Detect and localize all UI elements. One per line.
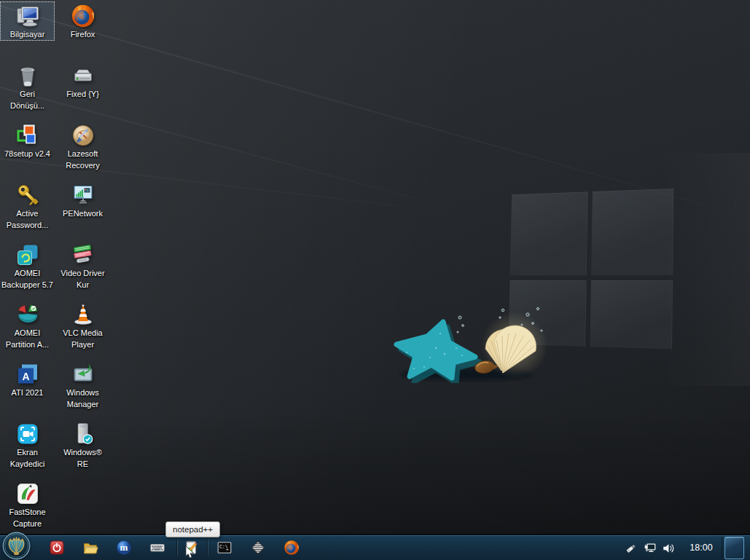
taskbar-button-disk-tool[interactable]	[250, 540, 266, 556]
shell-start-icon	[2, 532, 31, 560]
taskbar-separator	[207, 539, 208, 556]
desktop-icon-label: LazesoftRecovery	[55, 149, 110, 171]
network-icon	[644, 542, 657, 555]
power-icon	[49, 540, 65, 556]
desktop-icon-bilgisayar[interactable]: Bilgisayar	[0, 1, 55, 41]
desktop-icon-ati-2021[interactable]: AATI 2021	[0, 360, 55, 399]
key-icon	[15, 183, 40, 208]
screen-recorder-icon	[15, 422, 40, 446]
taskbar-button-macrium-reflect[interactable]: m	[116, 540, 132, 556]
ati-icon: A	[15, 362, 40, 387]
desktop-icon-label: AOMEIBackupper 5.7	[0, 268, 55, 291]
diamond-icon	[250, 540, 266, 556]
desktop-icon-video-driver-kur[interactable]: Video DriverKur	[55, 240, 110, 291]
penetwork-icon	[71, 183, 95, 208]
taskbar-button-command-prompt[interactable]: C:\	[216, 540, 233, 556]
tray-network[interactable]	[644, 542, 657, 555]
desktop-icon-label: Firefox	[55, 29, 110, 41]
taskbar-button-on-screen-keyboard[interactable]	[149, 540, 165, 556]
seashells-wallpaper	[392, 303, 550, 383]
taskbar-button-file-explorer[interactable]	[82, 540, 98, 556]
desktop-icon-label: ActivePassword...	[0, 208, 55, 231]
desktop-icon-active-password[interactable]: ActivePassword...	[0, 181, 55, 231]
taskbar-button-power[interactable]	[49, 540, 65, 556]
firefox-icon	[284, 540, 300, 556]
macrium-icon: m	[116, 540, 132, 556]
desktop-icon-aomei-backupper[interactable]: AOMEIBackupper 5.7	[0, 240, 55, 291]
start-button[interactable]	[2, 532, 31, 560]
taskbar-clock[interactable]: 18:00	[680, 535, 722, 560]
volume-icon	[662, 542, 675, 555]
faststone-icon	[15, 481, 40, 506]
tray-safely-remove-hardware[interactable]	[625, 542, 638, 555]
svg-text:A: A	[22, 371, 29, 382]
windows-logo-pane	[590, 280, 673, 350]
desktop-icon-label: Bilgisayar	[0, 29, 55, 41]
mouse-cursor	[185, 546, 195, 559]
desktop-icon-label: EkranKaydedici	[0, 447, 55, 470]
svg-text:m: m	[120, 542, 128, 553]
drive-check-icon	[71, 422, 95, 446]
taskbar-button-firefox[interactable]	[284, 540, 300, 556]
desktop-icon-vlc-media-player[interactable]: VLC MediaPlayer	[55, 300, 110, 350]
desktop-icon-firefox[interactable]: Firefox	[55, 1, 110, 41]
driver-stack-icon	[71, 242, 95, 267]
desktop-icon-grid: BilgisayarFirefoxGeriDönüşü...Fixed {Y}7…	[0, 0, 124, 553]
desktop-icon-windows-manager[interactable]: WindowsManager	[55, 360, 110, 410]
desktop-icon-ekran-kaydedici[interactable]: EkranKaydedici	[0, 419, 55, 470]
desktop-icon-fixed-y[interactable]: Fixed {Y}	[55, 61, 110, 100]
tooltip: notepad++	[165, 521, 220, 537]
desktop-icon-geri-donusum[interactable]: GeriDönüşü...	[0, 61, 55, 111]
desktop-icon-label: 78setup v2.4	[0, 149, 55, 160]
desktop-icon-label: Windows®RE	[55, 447, 110, 470]
lazesoft-icon	[71, 123, 95, 148]
desktop-icon-faststone-capture[interactable]: FastStoneCapture	[0, 479, 55, 529]
cmd-icon: C:\	[216, 540, 233, 556]
firefox-icon	[71, 4, 95, 28]
usb-eject-icon	[625, 542, 638, 555]
desktop-icon-label: ATI 2021	[0, 387, 55, 399]
keyboard-icon	[149, 540, 165, 556]
desktop-icon-label: WindowsManager	[55, 387, 110, 410]
desktop-icon-label: Fixed {Y}	[55, 89, 110, 100]
windows-logo-pane	[591, 189, 674, 275]
desktop-icon-label: FastStoneCapture	[0, 507, 55, 529]
taskbar-separator	[722, 537, 722, 559]
aomei-backupper-icon	[15, 242, 40, 267]
vlc-cone-icon	[71, 302, 95, 327]
setup-squares-icon	[15, 123, 40, 148]
desktop-screen: BilgisayarFirefoxGeriDönüşü...Fixed {Y}7…	[0, 0, 750, 560]
show-desktop-button[interactable]	[724, 537, 744, 559]
desktop-icon-78setup[interactable]: 78setup v2.4	[0, 121, 55, 160]
desktop-icon-penetwork[interactable]: PENetwork	[55, 181, 110, 220]
desktop-icon-label: Video DriverKur	[55, 268, 110, 291]
svg-text:C:\: C:\	[219, 545, 228, 550]
taskbar-separator	[176, 539, 177, 556]
recycle-bin-icon	[15, 63, 40, 88]
desktop-icon-aomei-partition[interactable]: AOMEIPartition A...	[0, 300, 55, 350]
partition-pie-icon	[15, 302, 40, 327]
desktop-icon-label: AOMEIPartition A...	[0, 328, 55, 350]
computer-icon	[15, 4, 40, 28]
desktop-icon-label: GeriDönüşü...	[0, 89, 55, 111]
folder-icon	[82, 540, 98, 556]
desktop-icon-lazesoft-recovery[interactable]: LazesoftRecovery	[55, 121, 110, 171]
fixed-drive-icon	[71, 63, 95, 88]
desktop-icon-windows-re[interactable]: Windows®RE	[55, 419, 110, 470]
windows-logo-pane	[510, 192, 587, 275]
desktop-icon-label: PENetwork	[55, 208, 110, 220]
tray-volume[interactable]	[662, 542, 675, 555]
green-arrow-tray-icon	[71, 362, 95, 387]
desktop-icon-label: VLC MediaPlayer	[55, 328, 110, 350]
